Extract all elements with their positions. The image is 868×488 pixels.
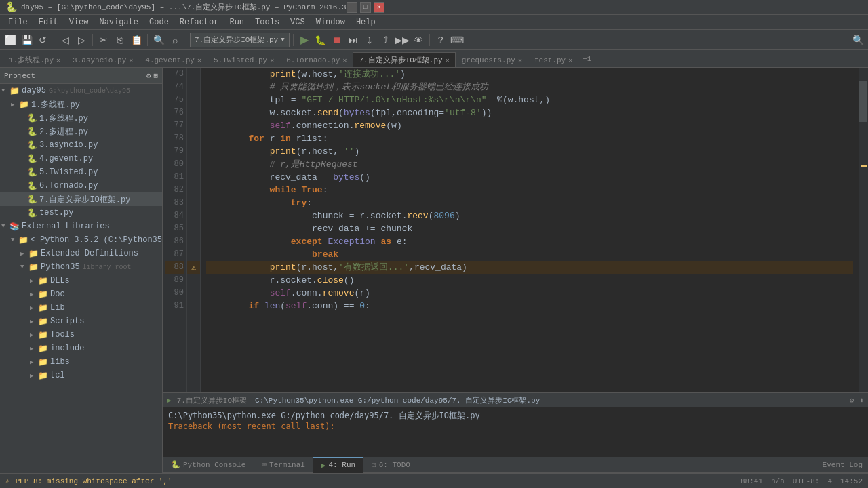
toolbar-cut-btn[interactable]: ✂ (96, 33, 111, 47)
run-tab-icon: ▶ (321, 461, 326, 470)
menu-refactor[interactable]: Refactor (174, 16, 224, 28)
tab-4-close[interactable]: ✕ (197, 56, 201, 64)
menu-tools[interactable]: Tools (250, 16, 285, 28)
tab-4[interactable]: 4.gevent.py ✕ (139, 52, 208, 67)
scroll-thumb[interactable] (859, 81, 867, 122)
toolbar-save-btn[interactable]: 💾 (19, 33, 34, 47)
toolbar-find-btn[interactable]: 🔍 (151, 33, 166, 47)
run-settings-icon[interactable]: ⚙ (850, 396, 854, 405)
py2-icon: 🐍 (27, 127, 38, 137)
menu-code[interactable]: Code (144, 16, 174, 28)
run-config-dropdown[interactable]: 7.自定义异步IO框架.py ▼ (190, 33, 290, 47)
tab-more[interactable]: +1 (578, 54, 595, 64)
toolbar-search-btn[interactable]: 🔍 (850, 33, 865, 47)
menu-view[interactable]: View (64, 16, 94, 28)
minimize-button[interactable]: ─ (347, 2, 357, 13)
menu-run[interactable]: Run (224, 16, 250, 28)
scripts-label: Scripts (50, 317, 84, 326)
tab-1-close[interactable]: ✕ (56, 56, 60, 64)
tab-7-close[interactable]: ✕ (446, 56, 450, 64)
run-maximize-icon[interactable]: ⬆ (859, 396, 864, 405)
tree-scripts[interactable]: ▶ 📁 Scripts (0, 314, 162, 328)
tab-3-close[interactable]: ✕ (129, 56, 133, 64)
code-line-86: except Exception as e: (206, 235, 853, 248)
tree-doc[interactable]: ▶ 📁 Doc (0, 287, 162, 301)
tab-5[interactable]: 5.Twisted.py ✕ (208, 52, 280, 67)
event-log-btn[interactable]: Event Log (823, 461, 863, 469)
run-button[interactable]: ▶ (297, 33, 312, 47)
sidebar-settings-icon[interactable]: ⚙ (146, 71, 151, 80)
step-into-btn[interactable]: ⤵ (362, 33, 377, 47)
code-line-88: print(r.host,'有数据返回...',recv_data) (206, 261, 853, 274)
tab-test[interactable]: test.py ✕ (528, 52, 578, 67)
code-content[interactable]: print(w.host,'连接成功...') # 只要能循环到，表示socke… (201, 68, 859, 392)
menu-window[interactable]: Window (311, 16, 351, 28)
menu-help[interactable]: Help (351, 16, 381, 28)
menu-edit[interactable]: Edit (33, 16, 64, 28)
terminal-tab[interactable]: ⌨ Terminal (254, 457, 313, 473)
menu-vcs[interactable]: VCS (285, 16, 311, 28)
help-btn[interactable]: ? (433, 33, 448, 47)
run-tab[interactable]: ▶ 4: Run (313, 457, 363, 473)
tab-grequests[interactable]: grequests.py ✕ (456, 52, 528, 67)
tree-test[interactable]: 🐍 test.py (0, 206, 162, 220)
step-out-btn[interactable]: ⤴ (378, 33, 393, 47)
editor-scrollbar[interactable] (859, 68, 868, 392)
tab-5-close[interactable]: ✕ (270, 56, 274, 64)
scripts-arrow: ▶ (30, 318, 38, 325)
tree-libs[interactable]: ▶ 📁 libs (0, 355, 162, 369)
sidebar-layout-icon[interactable]: ⊞ (153, 71, 158, 80)
tab-3[interactable]: 3.asyncio.py ✕ (66, 52, 139, 67)
toolbar-project-btn[interactable]: ⬜ (3, 33, 18, 47)
tree-tools[interactable]: ▶ 📁 Tools (0, 328, 162, 342)
menu-file[interactable]: File (3, 16, 33, 28)
ext-libs-label: External Libraries (22, 222, 110, 231)
tab-1[interactable]: 1.多线程.py ✕ (3, 52, 66, 67)
run-command-text: C:\Python35\python.exe G:/python_code/da… (168, 411, 480, 420)
toolbar-paste-btn[interactable]: 📋 (129, 33, 144, 47)
step-over-btn[interactable]: ⏭ (346, 33, 361, 47)
tree-ext-libs[interactable]: ▼ 📚 External Libraries (0, 220, 162, 233)
tree-py1[interactable]: 🐍 1.多线程.py (0, 111, 162, 125)
tab-7[interactable]: 7.自定义异步IO框架.py ✕ (353, 52, 455, 67)
gutter-82 (187, 184, 200, 197)
watch-btn[interactable]: 👁 (411, 33, 426, 47)
tab-grequests-close[interactable]: ✕ (518, 56, 522, 64)
tree-py2[interactable]: 🐍 2.多进程.py (0, 125, 162, 138)
tree-py35[interactable]: ▼ 📁 Python35 library root (0, 260, 162, 274)
tree-py7[interactable]: 🐍 7.自定义异步IO框架.py (0, 192, 162, 206)
stop-button[interactable]: ⏹ (330, 33, 344, 47)
tree-lib[interactable]: ▶ 📁 Lib (0, 301, 162, 314)
bottom-panel: ▶ 7.自定义异步IO框架 C:\Python35\python.exe G:/… (163, 392, 868, 473)
tab-6-close[interactable]: ✕ (342, 56, 347, 64)
toolbar-back-btn[interactable]: ◁ (58, 33, 73, 47)
run-bar-cmd: C:\Python35\python.exe G:/python_code/da… (255, 395, 540, 405)
todo-tab[interactable]: ☑ 6: TODO (363, 457, 418, 473)
toolbar-findreplace-btn[interactable]: ⌕ (167, 33, 182, 47)
tree-ext-defs[interactable]: ▶ 📁 Extended Definitions (0, 247, 162, 260)
menu-navigate[interactable]: Navigate (94, 16, 144, 28)
tree-py4[interactable]: 🐍 4.gevent.py (0, 152, 162, 165)
maximize-button[interactable]: □ (360, 2, 371, 13)
code-line-78: for r in rlist: (206, 132, 853, 145)
terminal-btn[interactable]: ⌨ (450, 33, 465, 47)
toolbar-forward-btn[interactable]: ▷ (74, 33, 89, 47)
close-button[interactable]: ✕ (374, 2, 384, 13)
tree-day95[interactable]: ▼ 📁 day95 G:\python_code\day95 (0, 84, 162, 98)
tree-tcl[interactable]: ▶ 📁 tcl (0, 369, 162, 382)
tree-include[interactable]: ▶ 📁 include (0, 342, 162, 355)
toolbar-copy-btn[interactable]: ⎘ (113, 33, 127, 47)
tree-python35-root[interactable]: ▼ 📁 < Python 3.5.2 (C:\Python35 (0, 233, 162, 247)
debug-button[interactable]: 🐛 (313, 33, 328, 47)
tree-dlls[interactable]: ▶ 📁 DLLs (0, 274, 162, 287)
python-console-tab[interactable]: 🐍 Python Console (163, 457, 254, 473)
toolbar-sync-btn[interactable]: ↺ (35, 33, 50, 47)
tab-test-close[interactable]: ✕ (568, 56, 572, 64)
tree-py3[interactable]: 🐍 3.asyncio.py (0, 138, 162, 152)
tree-multithread-folder[interactable]: ▶ 📁 1.多线程.py (0, 98, 162, 111)
tree-py5[interactable]: 🐍 5.Twisted.py (0, 165, 162, 179)
tree-py6[interactable]: 🐍 6.Tornado.py (0, 179, 162, 192)
tab-6[interactable]: 6.Tornado.py ✕ (280, 52, 353, 67)
resume-btn[interactable]: ▶▶ (395, 33, 410, 47)
code-line-85: recv_data += chunck (206, 222, 853, 235)
